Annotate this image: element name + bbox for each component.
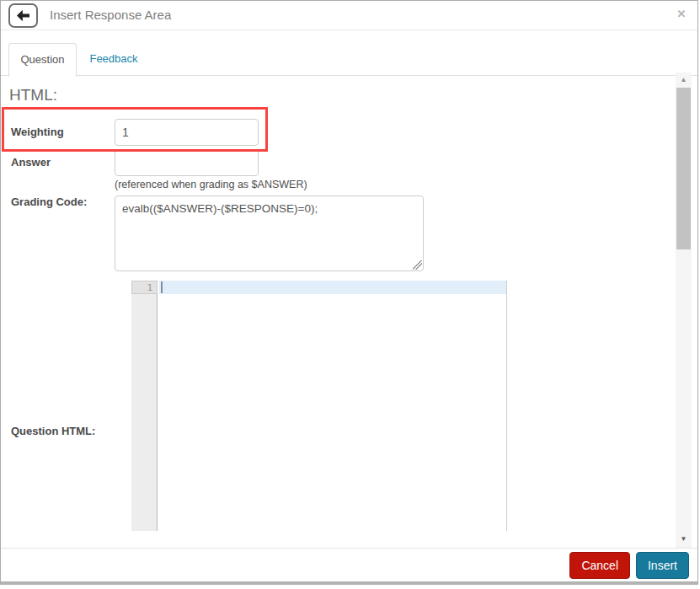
scroll-up-button[interactable]: ▲ [676,74,692,86]
tab-question-label: Question [20,53,64,66]
dialog-title: Insert Response Area [50,1,171,30]
scroll-down-icon: ▼ [681,535,687,543]
grading-code-textarea[interactable]: evalb(($ANSWER)-($RESPONSE)=0); [115,195,424,271]
question-html-editor[interactable]: 1 [131,281,507,531]
dialog-header: Insert Response Area ✕ [1,1,697,30]
insert-button[interactable]: Insert [636,552,689,579]
scrollbar-thumb[interactable] [676,88,691,249]
answer-input[interactable] [115,149,259,176]
editor-active-line [159,281,506,294]
editor-gutter: 1 [131,281,158,531]
close-button[interactable]: ✕ [673,6,690,23]
weighting-label: Weighting [11,126,64,138]
tab-feedback-label: Feedback [89,52,137,65]
close-icon: ✕ [677,8,687,20]
scrollbar-track[interactable]: ▲ ▼ [676,72,692,549]
answer-hint: (referenced when grading as $ANSWER) [115,179,307,190]
tab-question[interactable]: Question [8,43,77,77]
grading-code-label: Grading Code: [11,195,87,208]
weighting-input[interactable] [115,119,259,146]
cancel-button[interactable]: Cancel [569,552,630,579]
html-section-heading: HTML: [9,86,57,104]
back-button[interactable] [8,3,38,28]
answer-label: Answer [11,156,51,169]
resize-handle-icon[interactable] [413,260,422,270]
text-cursor-icon [161,281,163,293]
back-arrow-icon [16,9,30,22]
tab-feedback[interactable]: Feedback [82,43,146,76]
insert-response-area-dialog: Insert Response Area ✕ Question Feedback… [0,0,698,585]
scroll-down-button[interactable]: ▼ [676,533,692,545]
scroll-up-icon: ▲ [681,76,687,83]
dialog-footer: Cancel Insert [1,548,697,581]
question-html-label: Question HTML: [11,425,95,437]
editor-line-number: 1 [131,281,158,294]
